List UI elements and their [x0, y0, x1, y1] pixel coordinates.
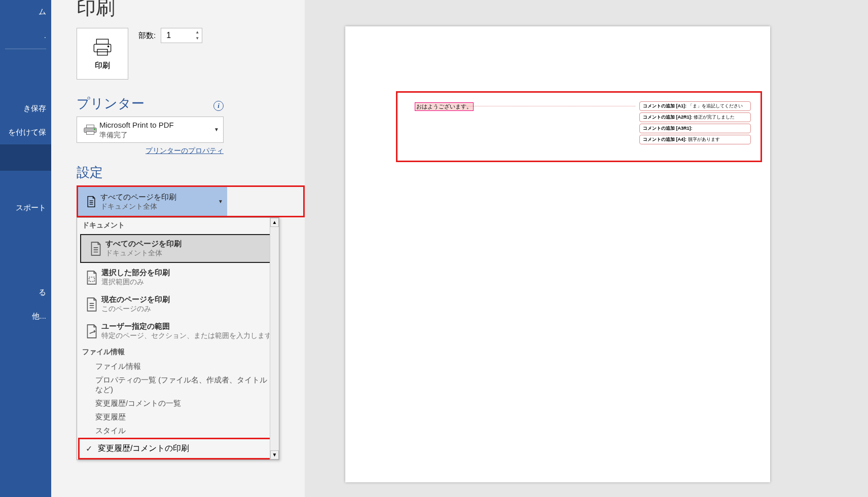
printer-dd-text: Microsoft Print to PDF 準備完了 — [99, 120, 214, 139]
document-text: おはようございます。 — [415, 102, 474, 111]
print-button-label: 印刷 — [95, 61, 110, 70]
scroll-down-button[interactable]: ▼ — [270, 450, 279, 460]
svg-rect-1 — [94, 44, 111, 52]
print-settings-column: 印刷 印刷 部数: 1 ▲ ▼ プリンター i — [51, 0, 305, 497]
printer-name: Microsoft Print to PDF — [99, 120, 214, 130]
print-preview-area: おはようございます。 コメントの追加 [A1]: 「ま」を追記してください コメ… — [305, 0, 868, 497]
spinner: ▲ ▼ — [194, 29, 201, 42]
menu-sub-fileinfo[interactable]: ファイル情報 — [77, 360, 279, 373]
printer-icon — [92, 37, 113, 58]
comment-balloon: コメントの追加 [A2R1]: 修正が完了しました — [639, 112, 751, 122]
printer-properties-link[interactable]: プリンターのプロパティ — [146, 146, 224, 155]
menu-item-sub: このページのみ — [101, 304, 274, 314]
print-range-dropdown[interactable]: すべてのページを印刷 ドキュメント全体 ▼ — [78, 187, 227, 216]
sidebar-item[interactable]: を付けて保 — [0, 121, 51, 144]
svg-rect-8 — [89, 277, 95, 282]
page-icon — [82, 297, 101, 312]
sidebar-item[interactable]: 他... — [0, 304, 51, 328]
menu-item-selection[interactable]: 選択した部分を印刷選択範囲のみ — [77, 264, 279, 291]
menu-item-custom-range[interactable]: ユーザー指定の範囲特定のページ、セクション、または範囲を入力します — [77, 318, 279, 345]
backstage-sidebar: ム . き保存 を付けて保 スポート る 他... — [0, 0, 51, 497]
menu-item-title: ユーザー指定の範囲 — [101, 322, 274, 331]
menu-item-title: 現在のページを印刷 — [101, 295, 274, 304]
scroll-up-button[interactable]: ▲ — [270, 218, 279, 227]
printer-status: 準備完了 — [99, 130, 214, 139]
printer-dd-icon — [81, 124, 99, 136]
spinner-down[interactable]: ▼ — [194, 35, 201, 42]
copies-group: 部数: 1 ▲ ▼ — [138, 28, 202, 43]
svg-rect-2 — [97, 49, 107, 55]
sidebar-item[interactable]: き保存 — [0, 97, 51, 121]
svg-point-3 — [107, 46, 109, 47]
document-icon — [86, 241, 105, 256]
selection-icon — [82, 270, 101, 285]
menu-item-current-page[interactable]: 現在のページを印刷このページのみ — [77, 291, 279, 318]
comment-balloon: コメントの追加 [A4]: 脱字があります — [639, 135, 751, 144]
comment-balloon: コメントの追加 [A3R1]: — [639, 124, 751, 133]
menu-sub-revisions-comments-list[interactable]: 変更履歴/コメントの一覧 — [77, 397, 279, 410]
svg-rect-0 — [96, 39, 108, 44]
menu-item-sub: ドキュメント全体 — [105, 249, 270, 258]
info-icon[interactable]: i — [213, 101, 224, 111]
chevron-down-icon: ▼ — [214, 127, 219, 132]
range-title: すべてのページを印刷 — [100, 192, 218, 202]
svg-rect-5 — [87, 125, 94, 128]
menu-item-sub: 選択範囲のみ — [101, 278, 274, 287]
menu-section-fileinfo: ファイル情報 — [77, 345, 279, 360]
menu-footer-label: 変更履歴/コメントの印刷 — [98, 443, 189, 454]
highlight-settings-dropdown: すべてのページを印刷 ドキュメント全体 ▼ — [77, 185, 305, 218]
printer-props-row: プリンターのプロパティ — [77, 146, 224, 156]
printer-heading-row: プリンター i — [77, 95, 224, 117]
scrollbar-track: ▲ ▼ — [270, 218, 279, 460]
print-button[interactable]: 印刷 — [77, 28, 128, 80]
sidebar-item-print[interactable] — [0, 144, 51, 171]
settings-heading: 設定 — [77, 164, 305, 181]
range-sub: ドキュメント全体 — [100, 202, 218, 211]
divider — [5, 49, 46, 49]
chevron-down-icon: ▼ — [218, 199, 223, 204]
check-icon: ✓ — [85, 444, 93, 453]
menu-footer-print-markup[interactable]: ✓ 変更履歴/コメントの印刷 — [78, 438, 278, 460]
sidebar-item[interactable]: る — [0, 281, 51, 304]
svg-point-7 — [94, 129, 95, 130]
sidebar-item[interactable]: スポート — [0, 196, 51, 220]
menu-item-title: 選択した部分を印刷 — [101, 268, 274, 278]
menu-item-sub: 特定のページ、セクション、または範囲を入力します — [101, 331, 274, 340]
sidebar-item[interactable] — [0, 171, 51, 196]
preview-page: おはようございます。 コメントの追加 [A1]: 「ま」を追記してください コメ… — [345, 26, 770, 482]
range-icon — [82, 324, 101, 339]
menu-item-all-pages[interactable]: すべてのページを印刷ドキュメント全体 — [80, 234, 276, 263]
document-icon — [82, 196, 100, 208]
comment-stack: コメントの追加 [A1]: 「ま」を追記してください コメントの追加 [A2R1… — [639, 101, 751, 144]
menu-sub-styles[interactable]: スタイル — [77, 424, 279, 438]
main-panel: 印刷 印刷 部数: 1 ▲ ▼ プリンター i — [51, 0, 868, 497]
menu-item-title: すべてのページを印刷 — [105, 239, 270, 249]
comment-connector — [463, 106, 635, 106]
printer-heading: プリンター — [77, 95, 144, 112]
comment-balloon: コメントの追加 [A1]: 「ま」を追記してください — [639, 101, 751, 111]
copies-value: 1 — [166, 31, 171, 40]
copies-label: 部数: — [138, 31, 156, 41]
sidebar-item[interactable]: ム — [0, 0, 51, 24]
page-title: 印刷 — [77, 0, 305, 21]
sidebar-item[interactable] — [0, 51, 51, 97]
printer-dropdown[interactable]: Microsoft Print to PDF 準備完了 ▼ — [77, 117, 224, 143]
menu-sub-properties[interactable]: プロパティの一覧 (ファイル名、作成者、タイトルなど) — [77, 373, 279, 397]
print-range-menu: ▲ ▼ ドキュメント すべてのページを印刷ドキュメント全体 選択した部分を印刷選… — [77, 217, 279, 460]
spinner-up[interactable]: ▲ — [194, 29, 201, 35]
printer-small-icon — [83, 124, 98, 136]
svg-rect-6 — [87, 132, 94, 135]
menu-section-document: ドキュメント — [77, 218, 279, 233]
copies-input[interactable]: 1 ▲ ▼ — [161, 28, 202, 43]
print-button-row: 印刷 部数: 1 ▲ ▼ — [77, 28, 305, 80]
menu-sub-revisions[interactable]: 変更履歴 — [77, 410, 279, 424]
sidebar-item[interactable]: . — [0, 24, 51, 47]
